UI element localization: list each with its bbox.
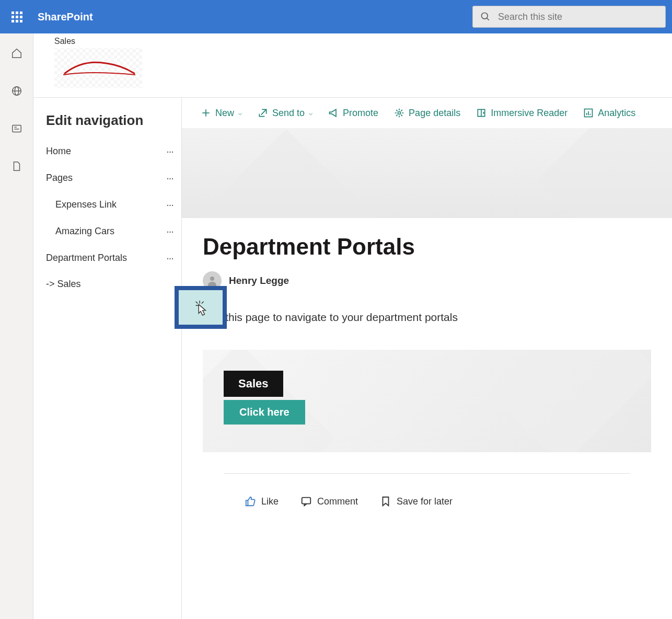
- page-footer-actions: Like Comment Save for later: [224, 473, 630, 507]
- immersive-reader-button[interactable]: Immersive Reader: [476, 108, 567, 119]
- bookmark-icon: [380, 496, 391, 507]
- nav-item-menu-button[interactable]: ···: [163, 225, 177, 237]
- edit-navigation-title: Edit navigation: [33, 112, 181, 138]
- gear-icon: [394, 108, 404, 118]
- author-row: Henry Legge: [203, 271, 651, 290]
- left-rail: [0, 33, 33, 619]
- cursor-click-icon: [193, 299, 208, 316]
- cmd-label: Immersive Reader: [491, 108, 567, 119]
- portal-tile-label: Sales: [224, 371, 283, 397]
- footer-label: Comment: [317, 496, 358, 507]
- nav-item-department-portals[interactable]: Department Portals ···: [33, 245, 181, 271]
- search-container: [472, 6, 666, 28]
- comment-icon: [300, 496, 312, 507]
- nav-item-label: Home: [46, 146, 71, 157]
- portal-tile-button[interactable]: Click here: [224, 400, 305, 425]
- share-icon: [258, 108, 268, 118]
- edit-navigation-panel: Edit navigation Home ··· Pages ··· Expen…: [33, 98, 182, 619]
- page-column: New ⌵ Send to ⌵ Promote Page detail: [182, 98, 672, 619]
- person-icon: [206, 274, 218, 287]
- nav-item-pages[interactable]: Pages ···: [33, 165, 181, 191]
- file-icon: [11, 161, 22, 172]
- waffle-icon: [11, 12, 22, 22]
- rail-news-button[interactable]: [7, 119, 26, 138]
- book-audio-icon: [476, 108, 486, 118]
- globe-icon: [11, 85, 22, 97]
- send-to-button[interactable]: Send to ⌵: [258, 108, 312, 119]
- comment-button[interactable]: Comment: [300, 496, 358, 507]
- command-bar: New ⌵ Send to ⌵ Promote Page detail: [182, 98, 672, 128]
- nav-item-sales[interactable]: ∥ -> Sales: [33, 271, 181, 297]
- portal-tile-section: Sales Click here: [203, 350, 651, 452]
- cmd-label: Page details: [409, 108, 460, 119]
- chevron-down-icon: ⌵: [309, 109, 312, 117]
- svg-point-0: [482, 13, 488, 19]
- footer-label: Save for later: [397, 496, 453, 507]
- car-logo-icon: [59, 55, 137, 81]
- cmd-label: New: [215, 108, 234, 119]
- home-icon: [11, 48, 22, 59]
- svg-point-10: [398, 112, 401, 114]
- nav-item-label: Department Portals: [46, 253, 127, 263]
- nav-item-home[interactable]: Home ···: [33, 138, 181, 165]
- page-hero-banner: [182, 128, 672, 218]
- search-box[interactable]: [472, 6, 666, 28]
- search-icon: [480, 12, 491, 22]
- footer-label: Like: [261, 496, 279, 507]
- rail-files-button[interactable]: [7, 157, 26, 176]
- cmd-label: Analytics: [598, 108, 635, 119]
- app-launcher-button[interactable]: [6, 6, 27, 27]
- analytics-button[interactable]: Analytics: [583, 108, 635, 119]
- nav-item-label: -> Sales: [46, 279, 81, 290]
- search-input[interactable]: [498, 12, 658, 22]
- site-header: Sales: [33, 33, 672, 98]
- svg-point-15: [210, 277, 214, 281]
- news-icon: [11, 123, 22, 134]
- nav-item-menu-button[interactable]: ···: [163, 252, 177, 264]
- nav-item-menu-button-highlighted[interactable]: [175, 286, 227, 329]
- nav-item-menu-button[interactable]: ···: [163, 172, 177, 184]
- chart-icon: [583, 108, 594, 118]
- cmd-label: Promote: [343, 108, 378, 119]
- nav-item-menu-button[interactable]: ···: [163, 199, 177, 211]
- megaphone-icon: [328, 108, 339, 118]
- nav-item-label: Expenses Link: [55, 199, 117, 210]
- app-name[interactable]: SharePoint: [38, 11, 93, 23]
- site-label: Sales: [54, 37, 651, 46]
- page-details-button[interactable]: Page details: [394, 108, 460, 119]
- new-button[interactable]: New ⌵: [201, 108, 242, 119]
- nav-item-expenses-link[interactable]: Expenses Link ···: [33, 191, 181, 218]
- cmd-label: Send to: [272, 108, 305, 119]
- rail-globe-button[interactable]: [7, 82, 26, 100]
- rail-home-button[interactable]: [7, 44, 26, 63]
- promote-button[interactable]: Promote: [328, 108, 378, 119]
- nav-item-amazing-cars[interactable]: Amazing Cars ···: [33, 218, 181, 245]
- page-title: Department Portals: [203, 234, 651, 260]
- page-body: Department Portals Henry Legge Use this …: [182, 218, 672, 518]
- svg-rect-5: [12, 125, 21, 132]
- page-intro: Use this page to navigate to your depart…: [203, 311, 651, 324]
- chevron-down-icon: ⌵: [238, 109, 242, 117]
- nav-item-menu-button[interactable]: ···: [163, 145, 177, 157]
- save-for-later-button[interactable]: Save for later: [380, 496, 453, 507]
- like-button[interactable]: Like: [245, 496, 279, 507]
- nav-list: Home ··· Pages ··· Expenses Link ··· Ama…: [33, 138, 181, 609]
- svg-rect-16: [302, 498, 311, 504]
- plus-icon: [201, 108, 211, 118]
- thumbs-up-icon: [245, 496, 256, 507]
- nav-item-label: Amazing Cars: [55, 226, 114, 237]
- svg-line-1: [487, 18, 489, 20]
- suite-header: SharePoint: [0, 0, 672, 33]
- author-name[interactable]: Henry Legge: [229, 275, 289, 286]
- site-logo[interactable]: [54, 48, 142, 88]
- nav-item-label: Pages: [46, 173, 73, 184]
